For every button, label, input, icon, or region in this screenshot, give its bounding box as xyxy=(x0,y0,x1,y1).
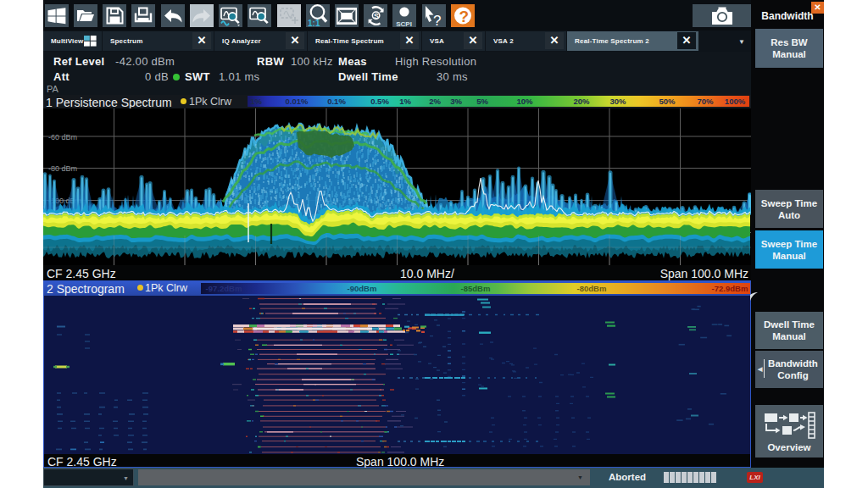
svg-text:SCPI: SCPI xyxy=(396,19,412,27)
svg-text:-80 dBm: -80 dBm xyxy=(48,164,77,173)
svg-text:S: S xyxy=(374,12,379,20)
svg-text:?: ? xyxy=(433,13,441,27)
svg-text:?: ? xyxy=(459,8,469,25)
svg-text:1:1: 1:1 xyxy=(308,19,320,27)
svg-text:-60 dBm: -60 dBm xyxy=(48,133,77,141)
